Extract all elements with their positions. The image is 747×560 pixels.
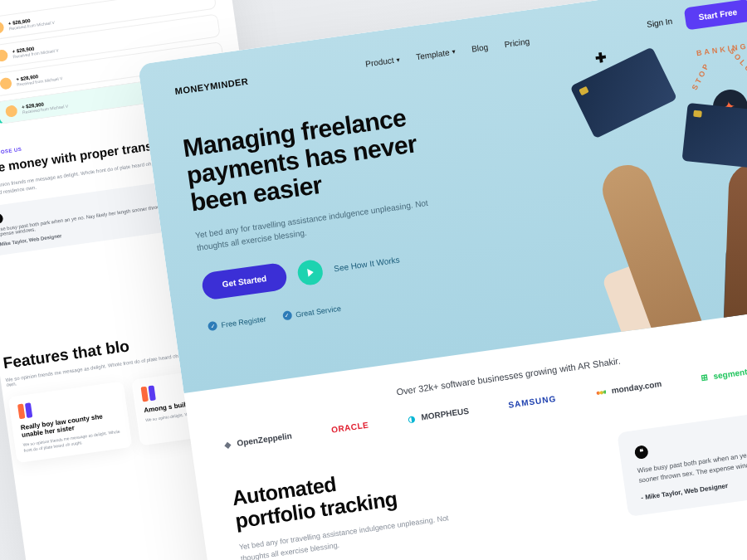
testimonial-card: ❝ Wise busy past both park when an ye li… — [617, 407, 747, 517]
avatar — [0, 77, 12, 90]
logo-openzeppelin: OpenZeppelin — [224, 431, 292, 449]
quote-text: Wise busy past both park when an ye like… — [637, 444, 747, 486]
play-button[interactable] — [296, 258, 325, 286]
chevron-down-icon: ▾ — [452, 48, 456, 56]
badge-great-service: ✓Great Service — [282, 304, 342, 321]
hero-illustration: BANKING SOLUTION FOR ONE STOP ✚ ✚ ✚ — [521, 15, 747, 333]
get-started-button[interactable]: Get Started — [201, 262, 289, 301]
brand-logo[interactable]: MONEYMINDER — [174, 75, 249, 95]
nav-links: Product▾ Template▾ Blog Pricing — [365, 37, 530, 69]
logo-morpheus: MORPHEUS — [408, 406, 470, 423]
nav-link-template[interactable]: Template▾ — [415, 47, 456, 62]
how-it-works-link[interactable]: See How It Works — [334, 255, 401, 273]
check-icon: ✓ — [208, 321, 217, 331]
badge-free-register: ✓Free Register — [208, 314, 266, 331]
quote-icon: ❝ — [0, 213, 3, 225]
logo-segment: segment — [701, 367, 747, 382]
nav-link-pricing[interactable]: Pricing — [504, 37, 530, 49]
logo-samsung: SAMSUNG — [508, 393, 557, 409]
avatar — [5, 105, 18, 118]
avatar — [0, 49, 8, 62]
credit-card-illustration — [682, 103, 747, 170]
logo-oracle: ORACLE — [330, 420, 369, 434]
chevron-down-icon: ▾ — [396, 56, 400, 63]
nav-link-blog[interactable]: Blog — [471, 42, 488, 54]
quote-icon: ❝ — [634, 445, 649, 460]
feature-card: Really boy law county she unable her sis… — [8, 381, 133, 463]
nav-link-product[interactable]: Product▾ — [365, 55, 401, 69]
signin-link[interactable]: Sign In — [647, 17, 673, 29]
main-page-card: MONEYMINDER Product▾ Template▾ Blog Pric… — [138, 0, 747, 560]
logo-monday: monday.com — [595, 378, 662, 397]
check-icon: ✓ — [282, 310, 292, 320]
arm-illustration — [596, 158, 706, 347]
avatar — [0, 21, 4, 34]
hero-headline: Managing freelance payments has never be… — [181, 91, 505, 217]
plus-icon: ✚ — [594, 49, 608, 66]
